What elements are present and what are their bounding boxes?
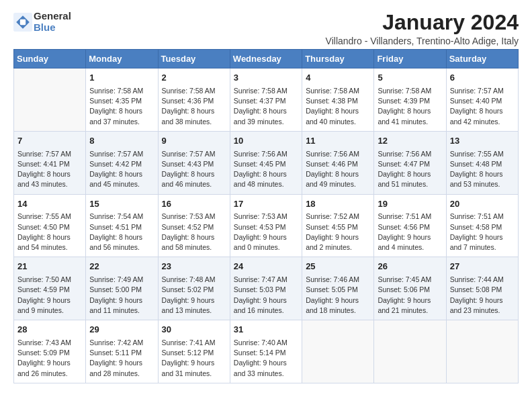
day-number: 26	[378, 261, 442, 273]
header-monday: Monday	[86, 50, 158, 68]
day-cell-4-5	[374, 320, 446, 383]
day-number: 29	[89, 324, 154, 336]
day-cell-1-5: 12Sunrise: 7:56 AMSunset: 4:47 PMDayligh…	[374, 131, 446, 194]
day-info: Sunrise: 7:58 AMSunset: 4:36 PMDaylight:…	[162, 86, 226, 127]
day-number: 24	[234, 261, 298, 273]
day-cell-1-1: 8Sunrise: 7:57 AMSunset: 4:42 PMDaylight…	[86, 131, 158, 194]
logo: General Blue	[13, 11, 71, 33]
day-cell-1-2: 9Sunrise: 7:57 AMSunset: 4:43 PMDaylight…	[158, 131, 230, 194]
day-number: 13	[450, 135, 515, 148]
header-tuesday: Tuesday	[158, 50, 230, 68]
day-number: 20	[450, 198, 515, 211]
day-number: 31	[234, 324, 298, 336]
week-row-3: 14Sunrise: 7:55 AMSunset: 4:50 PMDayligh…	[14, 194, 519, 257]
day-info: Sunrise: 7:58 AMSunset: 4:35 PMDaylight:…	[89, 86, 154, 127]
day-cell-0-5: 5Sunrise: 7:58 AMSunset: 4:39 PMDaylight…	[374, 68, 446, 132]
day-info: Sunrise: 7:41 AMSunset: 5:12 PMDaylight:…	[162, 338, 226, 379]
day-info: Sunrise: 7:58 AMSunset: 4:38 PMDaylight:…	[306, 86, 370, 127]
calendar-table: Sunday Monday Tuesday Wednesday Thursday…	[13, 49, 519, 383]
day-cell-3-2: 23Sunrise: 7:48 AMSunset: 5:02 PMDayligh…	[158, 257, 230, 320]
header: General Blue January 2024 Villandro - Vi…	[13, 11, 519, 46]
day-info: Sunrise: 7:44 AMSunset: 5:08 PMDaylight:…	[450, 275, 515, 316]
day-info: Sunrise: 7:46 AMSunset: 5:05 PMDaylight:…	[306, 275, 370, 316]
day-cell-3-1: 22Sunrise: 7:49 AMSunset: 5:00 PMDayligh…	[86, 257, 158, 320]
day-number: 9	[162, 135, 226, 148]
day-info: Sunrise: 7:52 AMSunset: 4:55 PMDaylight:…	[306, 212, 370, 253]
day-info: Sunrise: 7:57 AMSunset: 4:40 PMDaylight:…	[450, 86, 515, 127]
day-number: 17	[234, 198, 298, 211]
logo-text: General Blue	[34, 11, 71, 33]
day-number: 15	[89, 198, 154, 211]
day-cell-3-6: 27Sunrise: 7:44 AMSunset: 5:08 PMDayligh…	[446, 257, 518, 320]
day-number: 11	[306, 135, 370, 148]
header-saturday: Saturday	[446, 50, 518, 68]
day-cell-4-2: 30Sunrise: 7:41 AMSunset: 5:12 PMDayligh…	[158, 320, 230, 383]
day-number: 6	[450, 72, 515, 85]
day-cell-1-6: 13Sunrise: 7:55 AMSunset: 4:48 PMDayligh…	[446, 131, 518, 194]
day-info: Sunrise: 7:57 AMSunset: 4:42 PMDaylight:…	[89, 149, 154, 190]
day-number: 5	[378, 72, 442, 85]
day-number: 22	[89, 261, 154, 273]
day-info: Sunrise: 7:55 AMSunset: 4:48 PMDaylight:…	[450, 149, 515, 190]
day-cell-1-4: 11Sunrise: 7:56 AMSunset: 4:46 PMDayligh…	[302, 131, 374, 194]
day-cell-3-3: 24Sunrise: 7:47 AMSunset: 5:03 PMDayligh…	[230, 257, 302, 320]
day-cell-4-0: 28Sunrise: 7:43 AMSunset: 5:09 PMDayligh…	[14, 320, 86, 383]
day-cell-2-3: 17Sunrise: 7:53 AMSunset: 4:53 PMDayligh…	[230, 194, 302, 257]
day-cell-1-0: 7Sunrise: 7:57 AMSunset: 4:41 PMDaylight…	[14, 131, 86, 194]
week-row-5: 28Sunrise: 7:43 AMSunset: 5:09 PMDayligh…	[14, 320, 519, 383]
title-block: January 2024 Villandro - Villanders, Tre…	[326, 11, 519, 46]
day-info: Sunrise: 7:54 AMSunset: 4:51 PMDaylight:…	[89, 212, 154, 253]
day-cell-2-5: 19Sunrise: 7:51 AMSunset: 4:56 PMDayligh…	[374, 194, 446, 257]
day-cell-0-4: 4Sunrise: 7:58 AMSunset: 4:38 PMDaylight…	[302, 68, 374, 132]
day-info: Sunrise: 7:48 AMSunset: 5:02 PMDaylight:…	[162, 275, 226, 316]
day-cell-3-0: 21Sunrise: 7:50 AMSunset: 4:59 PMDayligh…	[14, 257, 86, 320]
day-info: Sunrise: 7:43 AMSunset: 5:09 PMDaylight:…	[17, 338, 82, 379]
day-info: Sunrise: 7:56 AMSunset: 4:46 PMDaylight:…	[306, 149, 370, 190]
day-number: 28	[17, 324, 82, 336]
day-info: Sunrise: 7:55 AMSunset: 4:50 PMDaylight:…	[17, 212, 82, 253]
day-cell-2-6: 20Sunrise: 7:51 AMSunset: 4:58 PMDayligh…	[446, 194, 518, 257]
day-number: 1	[89, 72, 154, 85]
day-info: Sunrise: 7:57 AMSunset: 4:41 PMDaylight:…	[17, 149, 82, 190]
day-cell-0-0	[14, 68, 86, 132]
month-title: January 2024	[326, 11, 519, 34]
day-cell-4-1: 29Sunrise: 7:42 AMSunset: 5:11 PMDayligh…	[86, 320, 158, 383]
header-friday: Friday	[374, 50, 446, 68]
day-info: Sunrise: 7:56 AMSunset: 4:45 PMDaylight:…	[234, 149, 298, 190]
day-cell-4-6	[446, 320, 518, 383]
day-cell-4-4	[302, 320, 374, 383]
day-info: Sunrise: 7:45 AMSunset: 5:06 PMDaylight:…	[378, 275, 442, 316]
day-cell-2-2: 16Sunrise: 7:53 AMSunset: 4:52 PMDayligh…	[158, 194, 230, 257]
day-cell-4-3: 31Sunrise: 7:40 AMSunset: 5:14 PMDayligh…	[230, 320, 302, 383]
day-info: Sunrise: 7:40 AMSunset: 5:14 PMDaylight:…	[234, 338, 298, 379]
day-info: Sunrise: 7:57 AMSunset: 4:43 PMDaylight:…	[162, 149, 226, 190]
day-info: Sunrise: 7:53 AMSunset: 4:52 PMDaylight:…	[162, 212, 226, 253]
day-number: 18	[306, 198, 370, 211]
day-number: 10	[234, 135, 298, 148]
day-cell-0-1: 1Sunrise: 7:58 AMSunset: 4:35 PMDaylight…	[86, 68, 158, 132]
day-number: 3	[234, 72, 298, 85]
day-cell-0-2: 2Sunrise: 7:58 AMSunset: 4:36 PMDaylight…	[158, 68, 230, 132]
location-subtitle: Villandro - Villanders, Trentino-Alto Ad…	[326, 36, 519, 46]
day-number: 4	[306, 72, 370, 85]
day-number: 27	[450, 261, 515, 273]
week-row-2: 7Sunrise: 7:57 AMSunset: 4:41 PMDaylight…	[14, 131, 519, 194]
day-cell-0-3: 3Sunrise: 7:58 AMSunset: 4:37 PMDaylight…	[230, 68, 302, 132]
day-number: 8	[89, 135, 154, 148]
day-info: Sunrise: 7:51 AMSunset: 4:58 PMDaylight:…	[450, 212, 515, 253]
day-number: 25	[306, 261, 370, 273]
day-number: 7	[17, 135, 82, 148]
day-info: Sunrise: 7:51 AMSunset: 4:56 PMDaylight:…	[378, 212, 442, 253]
svg-rect-4	[20, 19, 26, 24]
week-row-4: 21Sunrise: 7:50 AMSunset: 4:59 PMDayligh…	[14, 257, 519, 320]
day-info: Sunrise: 7:58 AMSunset: 4:37 PMDaylight:…	[234, 86, 298, 127]
day-info: Sunrise: 7:49 AMSunset: 5:00 PMDaylight:…	[89, 275, 154, 316]
day-cell-2-4: 18Sunrise: 7:52 AMSunset: 4:55 PMDayligh…	[302, 194, 374, 257]
header-sunday: Sunday	[14, 50, 86, 68]
day-info: Sunrise: 7:56 AMSunset: 4:47 PMDaylight:…	[378, 149, 442, 190]
logo-icon	[13, 13, 32, 32]
week-row-1: 1Sunrise: 7:58 AMSunset: 4:35 PMDaylight…	[14, 68, 519, 132]
day-header-row: Sunday Monday Tuesday Wednesday Thursday…	[14, 50, 519, 68]
day-cell-0-6: 6Sunrise: 7:57 AMSunset: 4:40 PMDaylight…	[446, 68, 518, 132]
day-info: Sunrise: 7:53 AMSunset: 4:53 PMDaylight:…	[234, 212, 298, 253]
